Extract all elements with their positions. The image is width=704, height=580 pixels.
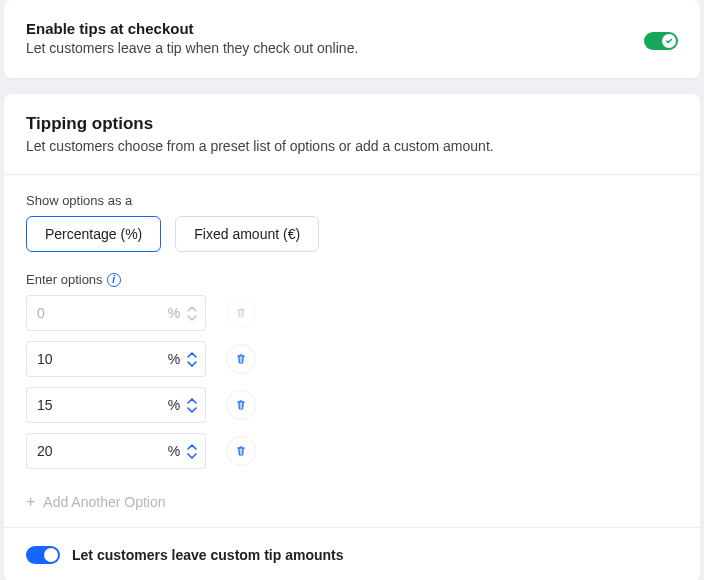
custom-tip-label: Let customers leave custom tip amounts xyxy=(72,547,344,563)
add-another-option-button[interactable]: + Add Another Option xyxy=(26,479,678,517)
option-input-0[interactable]: 0 % xyxy=(26,295,206,331)
percentage-tab[interactable]: Percentage (%) xyxy=(26,216,161,252)
delete-option-button[interactable] xyxy=(226,390,256,420)
option-input-3[interactable]: 20 % xyxy=(26,433,206,469)
option-input-1[interactable]: 10 % xyxy=(26,341,206,377)
option-input-2[interactable]: 15 % xyxy=(26,387,206,423)
delete-option-button[interactable] xyxy=(226,298,256,328)
enable-tips-title: Enable tips at checkout xyxy=(26,20,358,37)
chevron-down-icon[interactable] xyxy=(185,406,199,414)
tipping-options-card: Tipping options Let customers choose fro… xyxy=(4,94,700,580)
custom-tip-toggle[interactable] xyxy=(26,546,60,564)
delete-option-button[interactable] xyxy=(226,436,256,466)
chevron-up-icon[interactable] xyxy=(185,397,199,405)
trash-icon xyxy=(234,398,248,412)
chevron-down-icon[interactable] xyxy=(185,452,199,460)
toggle-knob xyxy=(662,34,676,48)
show-as-label: Show options as a xyxy=(26,193,678,208)
chevron-down-icon[interactable] xyxy=(185,314,199,322)
tipping-options-subtitle: Let customers choose from a preset list … xyxy=(26,138,678,154)
enable-tips-texts: Enable tips at checkout Let customers le… xyxy=(26,20,358,56)
trash-icon xyxy=(234,444,248,458)
quantity-stepper[interactable] xyxy=(185,305,199,322)
quantity-stepper[interactable] xyxy=(185,443,199,460)
trash-icon xyxy=(234,352,248,366)
fixed-amount-tab[interactable]: Fixed amount (€) xyxy=(175,216,319,252)
tipping-options-title: Tipping options xyxy=(26,114,678,134)
enter-options-label: Enter options i xyxy=(26,272,678,287)
chevron-up-icon[interactable] xyxy=(185,351,199,359)
option-row: 0 % xyxy=(26,295,678,331)
enable-tips-card: Enable tips at checkout Let customers le… xyxy=(4,0,700,78)
quantity-stepper[interactable] xyxy=(185,351,199,368)
chevron-up-icon[interactable] xyxy=(185,305,199,313)
show-as-segmented: Percentage (%) Fixed amount (€) xyxy=(26,216,678,252)
chevron-up-icon[interactable] xyxy=(185,443,199,451)
delete-option-button[interactable] xyxy=(226,344,256,374)
toggle-knob xyxy=(44,548,58,562)
option-row: 20 % xyxy=(26,433,678,469)
info-icon[interactable]: i xyxy=(107,273,121,287)
enable-tips-subtitle: Let customers leave a tip when they chec… xyxy=(26,40,358,56)
check-icon xyxy=(665,37,673,45)
plus-icon: + xyxy=(26,493,35,511)
trash-icon xyxy=(234,306,248,320)
custom-tip-row: Let customers leave custom tip amounts xyxy=(26,546,678,564)
enable-tips-toggle[interactable] xyxy=(644,32,678,50)
option-row: 15 % xyxy=(26,387,678,423)
quantity-stepper[interactable] xyxy=(185,397,199,414)
chevron-down-icon[interactable] xyxy=(185,360,199,368)
divider xyxy=(4,527,700,528)
option-row: 10 % xyxy=(26,341,678,377)
